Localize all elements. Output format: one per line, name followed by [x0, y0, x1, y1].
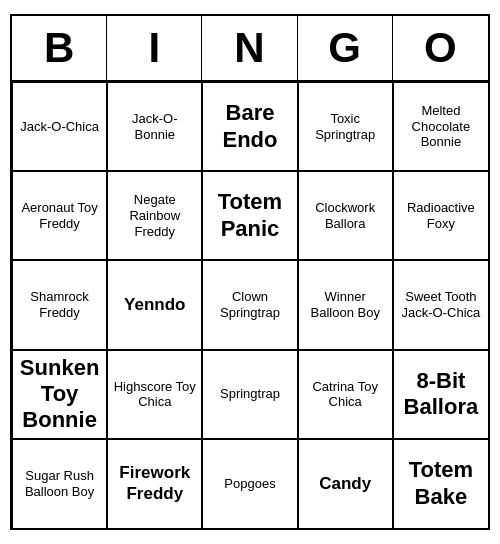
bingo-cell: Winner Balloon Boy [298, 260, 393, 349]
cell-text: Shamrock Freddy [17, 289, 102, 320]
bingo-cell: Negate Rainbow Freddy [107, 171, 202, 260]
bingo-cell: Candy [298, 439, 393, 528]
bingo-card: BINGO Jack-O-ChicaJack-O-BonnieBare Endo… [10, 14, 490, 530]
bingo-cell: Bare Endo [202, 82, 297, 171]
bingo-cell: Shamrock Freddy [12, 260, 107, 349]
bingo-grid: Jack-O-ChicaJack-O-BonnieBare EndoToxic … [12, 82, 488, 528]
bingo-cell: Highscore Toy Chica [107, 350, 202, 439]
header-letter: O [393, 16, 488, 80]
cell-text: Clown Springtrap [207, 289, 292, 320]
bingo-cell: Catrina Toy Chica [298, 350, 393, 439]
bingo-cell: Sugar Rush Balloon Boy [12, 439, 107, 528]
bingo-header: BINGO [12, 16, 488, 82]
bingo-cell: Clockwork Ballora [298, 171, 393, 260]
cell-text: Winner Balloon Boy [303, 289, 388, 320]
cell-text: Clockwork Ballora [303, 200, 388, 231]
cell-text: Highscore Toy Chica [112, 379, 197, 410]
cell-text: Catrina Toy Chica [303, 379, 388, 410]
bingo-cell: Firework Freddy [107, 439, 202, 528]
bingo-cell: Jack-O-Chica [12, 82, 107, 171]
bingo-cell: Yenndo [107, 260, 202, 349]
header-letter: B [12, 16, 107, 80]
cell-text: Aeronaut Toy Freddy [17, 200, 102, 231]
cell-text: Negate Rainbow Freddy [112, 192, 197, 239]
cell-text: Sugar Rush Balloon Boy [17, 468, 102, 499]
bingo-cell: Springtrap [202, 350, 297, 439]
bingo-cell: Toxic Springtrap [298, 82, 393, 171]
cell-text: Popgoes [224, 476, 275, 492]
bingo-cell: Popgoes [202, 439, 297, 528]
bingo-cell: Jack-O-Bonnie [107, 82, 202, 171]
header-letter: G [298, 16, 393, 80]
bingo-cell: Aeronaut Toy Freddy [12, 171, 107, 260]
cell-text: Totem Panic [207, 189, 292, 242]
cell-text: 8-Bit Ballora [398, 368, 484, 421]
cell-text: Bare Endo [207, 100, 292, 153]
header-letter: N [202, 16, 297, 80]
bingo-cell: 8-Bit Ballora [393, 350, 488, 439]
cell-text: Springtrap [220, 386, 280, 402]
bingo-cell: Sunken Toy Bonnie [12, 350, 107, 439]
bingo-cell: Melted Chocolate Bonnie [393, 82, 488, 171]
cell-text: Sunken Toy Bonnie [17, 355, 102, 434]
cell-text: Jack-O-Bonnie [112, 111, 197, 142]
bingo-cell: Sweet Tooth Jack-O-Chica [393, 260, 488, 349]
cell-text: Jack-O-Chica [20, 119, 99, 135]
header-letter: I [107, 16, 202, 80]
cell-text: Yenndo [124, 295, 185, 315]
cell-text: Firework Freddy [112, 463, 197, 504]
cell-text: Candy [319, 474, 371, 494]
bingo-cell: Totem Panic [202, 171, 297, 260]
cell-text: Totem Bake [398, 457, 484, 510]
cell-text: Melted Chocolate Bonnie [398, 103, 484, 150]
bingo-cell: Radioactive Foxy [393, 171, 488, 260]
cell-text: Toxic Springtrap [303, 111, 388, 142]
bingo-cell: Clown Springtrap [202, 260, 297, 349]
cell-text: Sweet Tooth Jack-O-Chica [398, 289, 484, 320]
bingo-cell: Totem Bake [393, 439, 488, 528]
cell-text: Radioactive Foxy [398, 200, 484, 231]
